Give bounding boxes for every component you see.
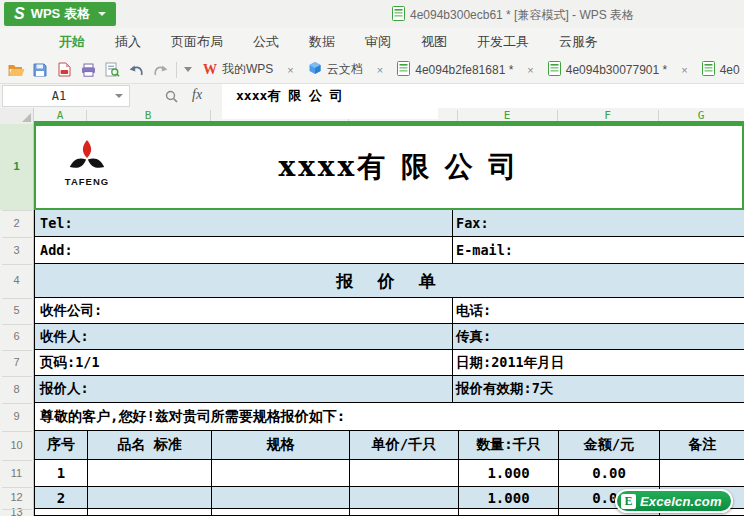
table-cell[interactable]: 序号 [35, 431, 87, 459]
table-cell[interactable]: 2 [35, 487, 87, 508]
row-header-13[interactable]: 13 [0, 506, 33, 516]
table-cell[interactable] [211, 460, 349, 486]
info-label-left[interactable]: 页码:1/1 [40, 354, 100, 372]
table-cell[interactable]: 规格 [211, 431, 349, 459]
tab-close-icon[interactable]: × [521, 64, 539, 76]
wps-app-button[interactable]: S WPS 表格 [4, 2, 116, 26]
info-label-right[interactable]: 电话: [456, 302, 491, 320]
table-cell[interactable] [211, 509, 349, 515]
document-tab[interactable]: 4e094b30077901 * [540, 56, 675, 84]
row-header-3[interactable]: 3 [0, 244, 33, 256]
info-label-right[interactable]: Fax: [456, 215, 489, 231]
titlebar: S WPS 表格 4e094b300ecb61 * [兼容模式] - WPS 表… [0, 0, 744, 28]
row-header-9[interactable]: 9 [0, 410, 33, 422]
open-folder-icon[interactable] [4, 59, 28, 81]
sheet-row-11[interactable]: 11.0000.00 [34, 460, 744, 487]
name-box[interactable]: A1 [2, 85, 130, 107]
row-header-12[interactable]: 12 [0, 491, 33, 503]
row-header-11[interactable]: 11 [0, 467, 33, 479]
spreadsheet-grid[interactable]: TAFENGxxxx有 限 公 司Tel:Fax:Add:E-mail:报 价 … [34, 124, 744, 516]
info-label-right[interactable]: E-mail: [456, 242, 513, 258]
table-cell[interactable] [87, 509, 211, 515]
table-cell[interactable] [349, 460, 458, 486]
menu-tab-开发工具[interactable]: 开发工具 [462, 28, 544, 56]
menu-tab-审阅[interactable]: 审阅 [350, 28, 406, 56]
row-header-8[interactable]: 8 [0, 383, 33, 395]
document-tab[interactable]: W我的WPS [195, 56, 281, 84]
document-tab[interactable]: 云文档 [300, 56, 371, 84]
sheet-row-9[interactable]: 尊敬的客户,您好!兹对贵司所需要规格报价如下: [34, 403, 744, 431]
sheet-row-7[interactable]: 页码:1/1日期:2011年月日 [34, 350, 744, 376]
menu-tab-插入[interactable]: 插入 [100, 28, 156, 56]
row-header-6[interactable]: 6 [0, 330, 33, 342]
info-label-left[interactable]: Add: [40, 242, 73, 258]
table-cell[interactable] [349, 487, 458, 508]
info-label-right[interactable]: 报价有效期:7天 [456, 380, 553, 398]
table-cell[interactable]: 1.000 [458, 487, 558, 508]
quote-sheet-title[interactable]: 报 价 单 [35, 269, 744, 292]
sheet-row-6[interactable]: 收件人:传真: [34, 324, 744, 350]
row-header-7[interactable]: 7 [0, 356, 33, 368]
table-cell[interactable]: 备注 [659, 431, 744, 459]
info-label-right[interactable]: 传真: [456, 328, 491, 346]
menu-tab-页面布局[interactable]: 页面布局 [156, 28, 238, 56]
menu-tab-视图[interactable]: 视图 [406, 28, 462, 56]
print-icon[interactable] [76, 59, 100, 81]
table-cell[interactable] [87, 460, 211, 486]
insert-function-icon[interactable]: fx [192, 87, 202, 103]
search-icon[interactable] [165, 89, 178, 107]
info-label-left[interactable]: 收件人: [40, 328, 89, 346]
row-header-2[interactable]: 2 [0, 217, 33, 229]
export-pdf-icon[interactable] [52, 59, 76, 81]
tab-close-icon[interactable]: × [675, 64, 693, 76]
document-tab[interactable]: 4e0 [694, 56, 744, 84]
table-cell[interactable] [659, 460, 744, 486]
table-cell[interactable]: 0.00 [558, 460, 659, 486]
sheet-row-5[interactable]: 收件公司:电话: [34, 298, 744, 324]
save-icon[interactable] [28, 59, 52, 81]
row-headers[interactable]: 12345678910111213 [0, 124, 34, 516]
table-cell[interactable]: 1 [35, 460, 87, 486]
row-header-1[interactable]: 1 [0, 160, 33, 172]
sheet-row-4[interactable]: 报 价 单 [34, 264, 744, 298]
sheet-row-10[interactable]: 序号品名 标准规格单价/千只数量:千只金额/元备注 [34, 431, 744, 460]
menu-tab-数据[interactable]: 数据 [294, 28, 350, 56]
table-cell[interactable] [458, 509, 558, 515]
menu-tab-开始[interactable]: 开始 [44, 28, 100, 56]
tab-close-icon[interactable]: × [281, 64, 299, 76]
sheet-row-1[interactable]: TAFENGxxxx有 限 公 司 [34, 124, 744, 210]
sheet-row-2[interactable]: Tel:Fax: [34, 210, 744, 237]
table-cell[interactable]: 金额/元 [558, 431, 659, 459]
table-cell[interactable] [211, 487, 349, 508]
row-header-5[interactable]: 5 [0, 304, 33, 316]
document-tab[interactable]: 4e094b2fe81681 * [389, 56, 521, 84]
sheet-row-8[interactable]: 报价人:报价有效期:7天 [34, 376, 744, 403]
table-cell[interactable] [35, 509, 87, 515]
table-cell[interactable]: 品名 标准 [87, 431, 211, 459]
menu-tab-公式[interactable]: 公式 [238, 28, 294, 56]
row-header-10[interactable]: 10 [0, 439, 33, 451]
tab-close-icon[interactable]: × [371, 64, 389, 76]
info-label-right[interactable]: 日期:2011年月日 [456, 354, 564, 372]
table-cell[interactable]: 数量:千只 [458, 431, 558, 459]
redo-icon[interactable] [148, 59, 172, 81]
row-header-4[interactable]: 4 [0, 274, 33, 286]
table-cell[interactable]: 单价/千只 [349, 431, 458, 459]
sheet-row-3[interactable]: Add:E-mail: [34, 237, 744, 264]
company-title[interactable]: xxxx有 限 公 司 [114, 148, 684, 186]
undo-icon[interactable] [124, 59, 148, 81]
print-preview-icon[interactable] [100, 59, 124, 81]
chevron-down-icon[interactable] [115, 94, 123, 98]
select-all-triangle-icon [22, 113, 31, 122]
table-cell[interactable]: 1.000 [458, 460, 558, 486]
select-all-corner[interactable] [0, 108, 34, 124]
info-label-left[interactable]: Tel: [40, 215, 73, 231]
greeting-text[interactable]: 尊敬的客户,您好!兹对贵司所需要规格报价如下: [40, 408, 345, 426]
table-cell[interactable] [349, 509, 458, 515]
menu-tab-云服务[interactable]: 云服务 [544, 28, 613, 56]
table-cell[interactable] [87, 487, 211, 508]
info-label-left[interactable]: 报价人: [40, 380, 89, 398]
info-label-left[interactable]: 收件公司: [40, 302, 102, 320]
more-commands-icon[interactable] [181, 67, 195, 72]
formula-input[interactable]: xxxx有 限 公 司 [222, 84, 744, 108]
